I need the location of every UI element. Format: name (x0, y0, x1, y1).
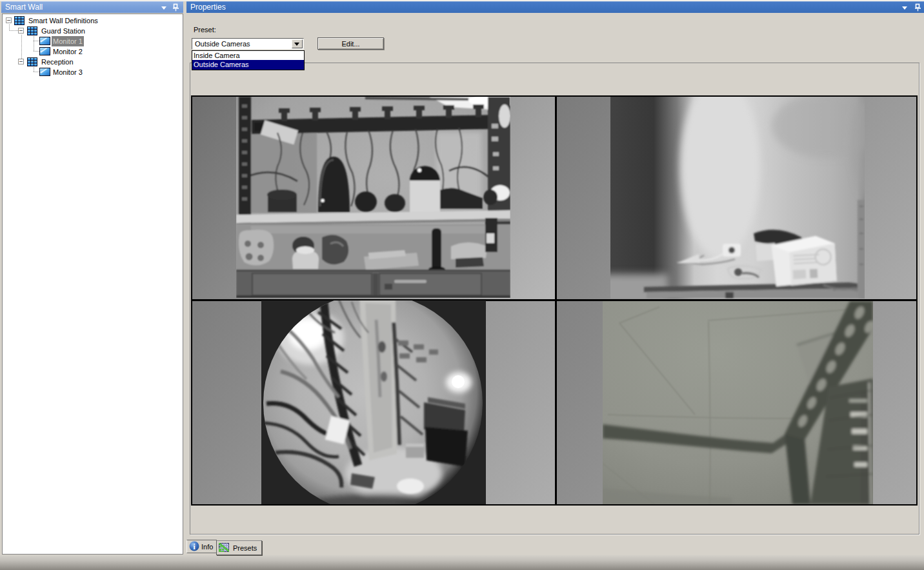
svg-text:i: i (193, 542, 196, 551)
